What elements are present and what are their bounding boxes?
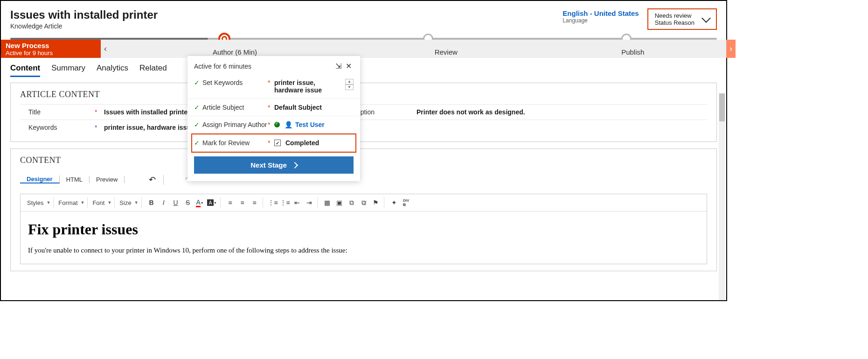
font-dropdown[interactable]: Font▼ xyxy=(90,197,115,208)
check-icon: ✓ xyxy=(194,79,202,86)
primary-author-value[interactable]: 👤 Test User xyxy=(274,121,354,128)
align-right-button[interactable]: ≡ xyxy=(250,197,260,208)
vertical-scrollbar[interactable] xyxy=(719,93,725,300)
header-status-reason[interactable]: Needs review Status Reason xyxy=(647,8,717,30)
bg-color-button[interactable]: A▼ xyxy=(207,197,217,208)
mark-for-review-value[interactable]: ✓Completed xyxy=(274,139,354,147)
bpf-stage-author[interactable]: Author (6 Min) xyxy=(110,40,353,58)
arrow-right-icon xyxy=(292,162,298,168)
div-button[interactable]: DIV⧉ xyxy=(401,197,411,208)
dock-icon[interactable]: ⇲ xyxy=(333,62,343,70)
article-content-section: ARTICLE CONTENT Title * Issues with inst… xyxy=(10,83,717,142)
keywords-label: Keywords xyxy=(20,124,95,131)
form-header: Issues with installed printer Knowledge … xyxy=(1,1,726,34)
business-process-flow: New Process Active for 9 hours ‹ Author … xyxy=(1,34,726,58)
record-title: Issues with installed printer xyxy=(10,8,556,21)
section-title: ARTICLE CONTENT xyxy=(20,90,707,99)
chevron-down-icon xyxy=(701,14,711,23)
undo-button[interactable]: ↶ xyxy=(141,175,164,185)
designer-tab[interactable]: Designer xyxy=(20,176,60,183)
size-dropdown[interactable]: Size▼ xyxy=(117,197,141,208)
tab-analytics[interactable]: Analytics xyxy=(97,63,128,77)
bpf-prev-button[interactable]: ‹ xyxy=(101,40,110,58)
section-title: CONTENT xyxy=(20,155,707,165)
underline-button[interactable]: U xyxy=(171,197,181,208)
check-icon: ✓ xyxy=(194,121,202,128)
tab-content[interactable]: Content xyxy=(10,63,40,77)
ordered-list-button[interactable]: ⋮≡ xyxy=(268,197,278,208)
header-language[interactable]: English - United States Language xyxy=(556,8,645,25)
verified-icon xyxy=(274,122,280,127)
close-icon[interactable]: ✕ xyxy=(343,62,354,70)
content-paragraph: If you're unable to connect to your prin… xyxy=(28,246,699,254)
tab-related[interactable]: Related xyxy=(139,63,167,77)
tab-summary[interactable]: Summary xyxy=(51,63,85,77)
entity-name: Knowledge Article xyxy=(10,22,556,30)
content-heading: Fix printer issues xyxy=(28,221,699,238)
align-left-button[interactable]: ≡ xyxy=(225,197,236,208)
outdent-button[interactable]: ⇤ xyxy=(292,197,302,208)
next-stage-button[interactable]: Next Stage xyxy=(194,156,354,174)
bold-button[interactable]: B xyxy=(146,197,157,208)
flag-button[interactable]: ⚑ xyxy=(371,197,381,208)
bpf-stage-review[interactable]: Review xyxy=(353,40,540,58)
format-dropdown[interactable]: Format▼ xyxy=(56,197,88,208)
strike-button[interactable]: S xyxy=(183,197,193,208)
text-color-button[interactable]: A▼ xyxy=(195,197,205,208)
stage-flyout: Active for 6 minutes ⇲ ✕ ✓ Set Keywords … xyxy=(187,56,360,181)
preview-tab[interactable]: Preview xyxy=(90,176,125,183)
content-section: CONTENT Designer HTML Preview ↶ ↷ Styles… xyxy=(10,148,717,271)
flyout-title: Active for 6 minutes xyxy=(194,63,333,70)
indent-button[interactable]: ⇥ xyxy=(304,197,314,208)
html-tab[interactable]: HTML xyxy=(60,176,90,183)
person-icon: 👤 xyxy=(285,121,292,128)
form-tabs: Content Summary Analytics Related xyxy=(1,58,726,77)
scroll-control[interactable]: ▲▼ xyxy=(345,79,354,90)
article-subject-value[interactable]: Default Subject xyxy=(274,104,354,111)
check-icon: ✓ xyxy=(194,104,202,111)
title-label: Title xyxy=(20,108,95,116)
align-center-button[interactable]: ≡ xyxy=(237,197,248,208)
italic-button[interactable]: I xyxy=(159,197,169,208)
set-keywords-value[interactable]: printer issue, hardware issue xyxy=(274,79,345,94)
editor-body[interactable]: Fix printer issues If you're unable to c… xyxy=(21,211,707,264)
bpf-next-button[interactable]: › xyxy=(726,40,736,58)
description-value[interactable]: Printer does not work as designed. xyxy=(417,108,707,116)
styles-dropdown[interactable]: Styles▼ xyxy=(24,197,54,208)
editor-toolbar: Styles▼ Format▼ Font▼ Size▼ B I U S A▼ A… xyxy=(21,194,707,211)
link-button[interactable]: ⧉ xyxy=(347,197,357,208)
sparkle-button[interactable]: ✦ xyxy=(389,197,399,208)
unordered-list-button[interactable]: ⋮≡ xyxy=(280,197,290,208)
unlink-button[interactable]: ⧉̸ xyxy=(359,197,369,208)
check-icon: ✓ xyxy=(194,139,202,147)
bpf-process-label[interactable]: New Process Active for 9 hours xyxy=(1,40,101,58)
bpf-stage-publish[interactable]: Publish xyxy=(540,40,727,58)
image-button[interactable]: ▣ xyxy=(334,197,345,208)
table-button[interactable]: ▦ xyxy=(322,197,333,208)
